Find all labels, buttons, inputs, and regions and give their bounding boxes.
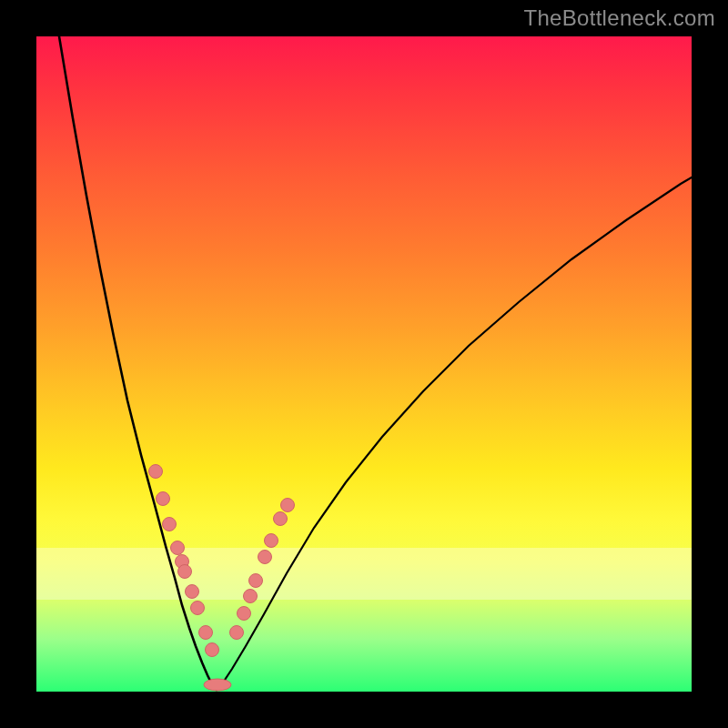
curve-dot <box>281 499 295 512</box>
curve-dot <box>265 534 278 548</box>
curve-dot <box>274 512 288 526</box>
curve-dots-left <box>149 465 219 657</box>
curve-dot <box>149 465 163 479</box>
curve-dot <box>191 602 205 615</box>
curve-dot <box>230 626 244 640</box>
watermark-text: TheBottleneck.com <box>523 5 715 31</box>
curve-dot <box>258 551 272 564</box>
curve-dot <box>206 643 219 657</box>
curve-dot <box>249 574 263 588</box>
chart-frame: TheBottleneck.com <box>0 0 728 728</box>
curve-dot <box>171 541 185 555</box>
chart-svg <box>36 36 692 692</box>
curve-dot <box>157 492 170 506</box>
curve-dot <box>178 565 192 579</box>
chart-plot-area <box>36 36 692 692</box>
curve-dot <box>186 585 199 599</box>
curve-dot <box>163 518 177 531</box>
valley-dot-cluster <box>204 679 231 691</box>
curve-right <box>217 177 692 690</box>
curve-dot <box>199 626 213 640</box>
curve-dot <box>244 590 258 603</box>
curve-dot <box>238 607 251 621</box>
